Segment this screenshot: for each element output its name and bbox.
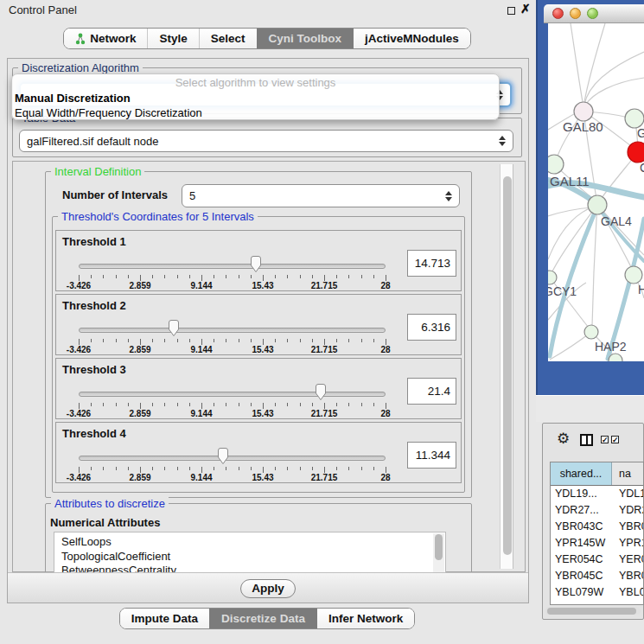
slider-tick [348,275,349,278]
slider-handle[interactable] [217,447,229,465]
network-node[interactable] [574,102,593,121]
slider-tick [300,339,301,342]
checkbox-icon[interactable]: ✓ [601,436,609,443]
table-row[interactable]: YLR345WYLR3... [551,601,643,605]
scrollbar-thumb[interactable] [503,176,512,555]
column-header-shared[interactable]: shared... [551,462,612,485]
cell-name[interactable]: YBR0... [612,568,643,584]
table-row[interactable]: YBL079WYBL0... [551,584,643,601]
table-row[interactable]: YPR145WYPR1... [551,535,643,552]
threshold-value-field[interactable]: 21.4 [407,378,456,405]
apply-button[interactable]: Apply [240,579,296,598]
table-row[interactable]: YDR27...YDR2... [551,502,643,519]
attribute-item[interactable]: TopologicalCoefficient [54,550,445,564]
slider-scale-label: 2.859 [129,345,150,354]
cell-name[interactable]: YDL1... [612,486,643,502]
attribute-item[interactable]: SelfLoops [54,532,445,550]
slider-tick [214,339,214,342]
slider-track[interactable] [79,264,386,269]
mac-zoom-icon[interactable] [587,8,598,19]
slider-track[interactable] [79,392,386,397]
slider-track[interactable] [79,328,386,333]
threshold-value-field[interactable]: 14.713 [407,250,456,277]
slider-tick [201,403,202,409]
slider-tick [275,403,276,406]
slider-tick [140,403,141,409]
slider-track[interactable] [79,456,386,461]
tab-infer-network[interactable]: Infer Network [316,609,414,628]
network-node[interactable] [548,155,564,174]
slider-tick [361,403,362,406]
slider-scale-label: 15.43 [252,409,273,418]
slider-tick [336,275,337,278]
node-label: C [640,161,644,175]
network-node[interactable] [625,266,642,284]
cell-name[interactable]: YPR1... [612,535,643,552]
network-node[interactable] [625,109,644,128]
float-window-icon[interactable] [507,7,515,15]
cell-shared-name[interactable]: YDL19... [551,486,612,502]
slider-tick [177,467,178,470]
node-table[interactable]: shared... na YDL19...YDL1...YDR27...YDR2… [550,462,644,605]
cell-name[interactable]: YER0... [612,552,643,568]
scrollbar-thumb[interactable] [435,534,443,560]
cell-shared-name[interactable]: YBR043C [551,519,612,535]
tab-jactivemnodules[interactable]: jActiveMNodules [353,29,470,48]
slider-handle[interactable] [250,255,262,273]
table-row[interactable]: YBR045CYBR0... [551,568,643,584]
cell-name[interactable]: YLR3... [612,601,643,605]
vertical-scrollbar[interactable] [500,164,513,569]
horizontal-scrollbar[interactable] [545,607,641,615]
cell-name[interactable]: YBL0... [612,584,643,601]
table-row[interactable]: YDL19...YDL1... [551,486,643,502]
tab-label: Select [211,32,245,45]
network-node[interactable] [548,271,557,284]
checkbox-icon[interactable]: ✓ [611,436,619,443]
tab-cyni-toolbox[interactable]: Cyni Toolbox [257,29,354,48]
tab-impute-data[interactable]: Impute Data [120,609,209,628]
table-row[interactable]: YER054CYER0... [551,552,643,568]
number-of-intervals-combobox[interactable]: 5 [182,184,460,207]
cell-shared-name[interactable]: YER054C [551,552,612,568]
threshold-value-field[interactable]: 6.316 [407,314,456,341]
cell-name[interactable]: YDR2... [612,502,643,519]
column-layout-icon[interactable] [580,434,593,446]
mac-minimize-icon[interactable] [570,8,581,19]
scrollbar-thumb[interactable] [547,608,636,615]
slider-tick [116,467,117,470]
gear-icon[interactable]: ⚙ [557,431,570,446]
tab-style[interactable]: Style [147,29,198,48]
slider-tick [91,275,92,278]
network-window-titlebar[interactable] [544,4,644,23]
slider-tick [152,339,153,342]
close-icon[interactable]: ✗ [520,2,531,16]
cell-shared-name[interactable]: YDR27... [551,502,612,519]
tab-network[interactable]: Network [64,29,147,48]
slider-handle[interactable] [315,383,327,401]
table-row[interactable]: YBR043CYBR0... [551,519,643,535]
cell-shared-name[interactable]: YBR045C [551,568,612,584]
network-node[interactable] [628,142,644,163]
slider-tick [275,467,276,470]
cell-name[interactable]: YBR0... [612,519,643,535]
mac-close-icon[interactable] [552,8,564,19]
network-node[interactable] [584,325,598,339]
slider-tick [287,339,288,342]
popup-option[interactable]: Equal Width/Frequency Discretization [12,105,499,120]
cell-shared-name[interactable]: YLR345W [551,601,612,605]
network-canvas[interactable]: GAL80GACGAL11GAL4GCY1HHAP2 [548,23,644,361]
slider-scale-label: 2.859 [129,473,150,482]
network-node[interactable] [588,195,607,214]
numerical-attributes-label: Numerical Attributes [50,516,160,529]
cell-shared-name[interactable]: YBL079W [551,584,612,601]
threshold-value-field[interactable]: 11.344 [407,442,456,469]
table-data-combobox[interactable]: galFiltered.sif default node [19,130,513,152]
popup-option[interactable]: Manual Discretization [12,91,499,105]
tab-discretize-data[interactable]: Discretize Data [209,609,316,628]
tab-select[interactable]: Select [199,29,257,48]
slider-scale-label: -3.426 [67,281,91,290]
cell-shared-name[interactable]: YPR145W [551,535,612,552]
algorithm-dropdown-popup: Select algorithm to view settings Manual… [11,73,500,120]
slider-handle[interactable] [168,319,180,337]
column-header-name[interactable]: na [612,462,643,485]
